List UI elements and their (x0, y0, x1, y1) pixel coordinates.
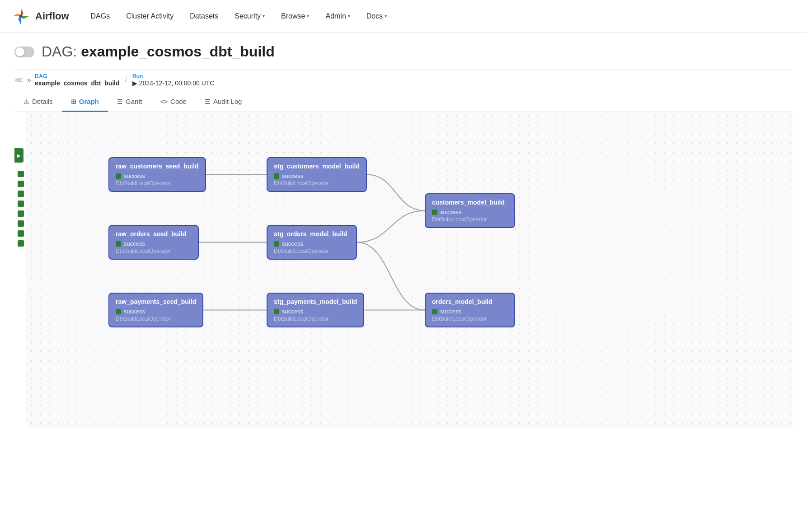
admin-dropdown-icon: ▾ (348, 14, 350, 19)
breadcrumb: ≪ » DAG example_cosmos_dbt_build / Run ▶… (14, 69, 793, 89)
tab-details[interactable]: ⚠ Details (14, 92, 62, 112)
sidebar-dot-2[interactable] (18, 181, 24, 187)
airflow-logo-icon (11, 6, 31, 26)
nav-item-datasets[interactable]: Datasets (183, 9, 225, 24)
status-dot (274, 309, 279, 314)
logo[interactable]: Airflow (11, 6, 69, 26)
toggle-knob (15, 47, 24, 56)
page-content: DAG: example_cosmos_dbt_build ≪ » DAG ex… (0, 33, 807, 439)
node-operator: DbtBuildLocalOperator (274, 248, 350, 254)
node-stg_payments_model_build[interactable]: stg_payments_model_build success DbtBuil… (267, 293, 364, 327)
status-dot (274, 241, 279, 247)
node-status: success (274, 240, 350, 247)
node-title: orders_model_build (432, 298, 508, 305)
node-title: raw_orders_seed_build (116, 230, 192, 238)
node-raw_customers_seed_build[interactable]: raw_customers_seed_build success DbtBuil… (108, 157, 206, 192)
node-raw_payments_seed_build[interactable]: raw_payments_seed_build success DbtBuild… (108, 293, 203, 327)
app-name: Airflow (35, 10, 69, 22)
navbar: Airflow DAGs Cluster Activity Datasets S… (0, 0, 807, 33)
audit-icon: ☰ (205, 98, 211, 105)
code-icon: <> (160, 98, 168, 105)
node-title: stg_customers_model_build (274, 163, 360, 170)
node-operator: DbtBuildLocalOperator (116, 248, 192, 254)
tab-graph[interactable]: ⊞ Graph (62, 92, 108, 112)
expand-icon[interactable]: » (27, 75, 31, 85)
sidebar-dot-6[interactable] (18, 220, 24, 227)
sidebar-dot-1[interactable] (18, 171, 24, 177)
sidebar-dot-5[interactable] (18, 210, 24, 217)
sidebar-dot-4[interactable] (18, 201, 24, 207)
node-operator: DbtBuildLocalOperator (274, 316, 357, 322)
nav-links: DAGs Cluster Activity Datasets Security … (84, 9, 394, 24)
dag-title: DAG: example_cosmos_dbt_build (42, 43, 275, 60)
status-dot (116, 173, 121, 179)
status-dot (116, 241, 121, 247)
sidebar-dot-3[interactable] (18, 191, 24, 197)
node-raw_orders_seed_build[interactable]: raw_orders_seed_build success DbtBuildLo… (108, 225, 199, 260)
node-status: success (116, 173, 199, 179)
node-operator: DbtBuildLocalOperator (116, 316, 196, 322)
nav-item-dags[interactable]: DAGs (84, 9, 117, 24)
node-title: customers_model_build (432, 199, 508, 206)
nav-item-browse[interactable]: Browse ▾ (274, 9, 316, 24)
node-status: success (432, 209, 508, 215)
node-operator: DbtBuildLocalOperator (432, 316, 508, 322)
sidebar: ▶ (14, 112, 27, 428)
security-dropdown-icon: ▾ (263, 14, 265, 19)
dag-title-row: DAG: example_cosmos_dbt_build (14, 43, 793, 60)
node-operator: DbtBuildLocalOperator (116, 180, 199, 187)
breadcrumb-separator: / (125, 76, 127, 84)
node-status: success (274, 173, 360, 179)
node-stg_customers_model_build[interactable]: stg_customers_model_build success DbtBui… (267, 157, 367, 192)
tabs: ⚠ Details ⊞ Graph ☰ Gantt <> Code ☰ Audi… (14, 92, 793, 112)
node-stg_orders_model_build[interactable]: stg_orders_model_build success DbtBuildL… (267, 225, 357, 260)
node-title: raw_customers_seed_build (116, 163, 199, 170)
status-dot (432, 309, 437, 314)
tab-gantt[interactable]: ☰ Gantt (108, 92, 151, 112)
node-status: success (116, 308, 196, 315)
node-status: success (432, 308, 508, 315)
graph-icon: ⊞ (71, 98, 76, 105)
node-orders_model_build[interactable]: orders_model_build success DbtBuildLocal… (425, 293, 515, 327)
gantt-icon: ☰ (117, 98, 123, 105)
node-title: stg_orders_model_build (274, 230, 350, 238)
node-status: success (274, 308, 357, 315)
node-customers_model_build[interactable]: customers_model_build success DbtBuildLo… (425, 193, 515, 228)
dag-toggle[interactable] (14, 47, 34, 57)
tab-code[interactable]: <> Code (151, 92, 196, 112)
details-icon: ⚠ (23, 98, 29, 105)
sidebar-dot-8[interactable] (18, 240, 24, 247)
nav-item-cluster-activity[interactable]: Cluster Activity (119, 9, 181, 24)
sidebar-dot-7[interactable] (18, 230, 24, 237)
graph-area[interactable]: raw_customers_seed_build success DbtBuil… (27, 112, 793, 428)
collapse-icon[interactable]: ≪ (14, 75, 23, 85)
nav-item-security[interactable]: Security ▾ (227, 9, 272, 24)
nav-item-docs[interactable]: Docs ▾ (359, 9, 394, 24)
tab-audit-log[interactable]: ☰ Audit Log (196, 92, 251, 112)
status-dot (274, 173, 279, 179)
status-dot (116, 309, 121, 314)
node-title: raw_payments_seed_build (116, 298, 196, 305)
sidebar-toggle[interactable]: ▶ (14, 148, 23, 163)
docs-dropdown-icon: ▾ (385, 14, 387, 19)
node-operator: DbtBuildLocalOperator (274, 180, 360, 187)
node-operator: DbtBuildLocalOperator (432, 216, 508, 223)
nav-item-admin[interactable]: Admin ▾ (318, 9, 357, 24)
status-dot (432, 210, 437, 215)
content-area: ▶ raw_customers_seed_build success (14, 112, 793, 428)
browse-dropdown-icon: ▾ (307, 14, 309, 19)
svg-point-0 (19, 14, 23, 18)
node-title: stg_payments_model_build (274, 298, 357, 305)
node-status: success (116, 240, 192, 247)
